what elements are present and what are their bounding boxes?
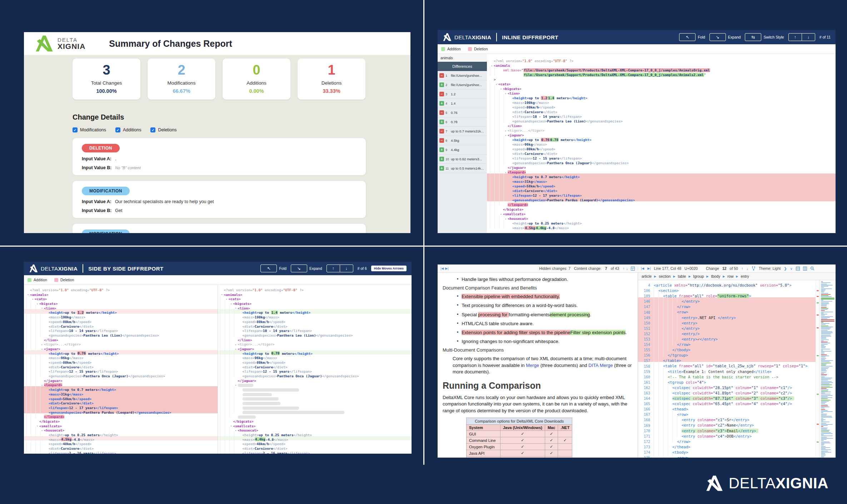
up-arrow-icon[interactable]: ↑ [789,34,802,41]
prev-change-icon[interactable]: ↑ [741,266,743,271]
fold-icon[interactable]: ↖ [679,33,696,41]
indent-guides [220,323,239,328]
code-line: </bigcats> [24,418,218,423]
checkbox-icon[interactable]: ✓ [150,127,155,132]
minimap-mark [821,314,827,314]
indent-guides [490,192,508,197]
filter-checkbox-modifications[interactable]: ✓Modifications [73,127,106,132]
switch-style-button[interactable]: ⇆Switch Style [745,33,784,41]
document-compare-pane[interactable]: •Handle large files without performance … [438,273,638,458]
diff-list-item[interactable]: +2file:/Users/gurshee... [438,80,487,90]
expand-button[interactable]: ↘Expand [709,33,741,41]
indent-guides [220,386,239,391]
diff-chip: Extensible pipeline with embedded functi… [462,294,560,299]
indent-guides [654,287,658,292]
minimap-mark [821,446,826,447]
doc-link[interactable]: Merge [526,363,539,368]
down-arrow-icon[interactable]: ↓ [802,34,815,41]
last-change-icon[interactable]: ▶| [445,267,448,270]
minimap-mark [821,351,831,352]
next-change-icon[interactable]: ↓ [626,266,628,271]
diff-list-item[interactable]: −7up to 0.7 meters31k... [438,127,487,136]
breadcrumb-item-section[interactable]: section [659,274,671,278]
prev-change-icon[interactable]: ↑ [623,266,625,271]
sbs-right-document[interactable]: <?xml version="1.0" encoding="UTF-8" ?>▾… [218,285,412,454]
code-line: <lifespan>10 - 14 years</lifespan> [24,327,218,332]
prev-next-diff-buttons[interactable]: ↑↓ [788,33,815,41]
diff-list-item[interactable]: −31.2 [438,90,487,99]
code-line: <height>up to 0.7 meters</height> [487,173,836,178]
down-arrow-icon[interactable]: ↓ [340,265,353,272]
code-line [218,386,412,391]
grid-view-icon[interactable] [796,267,800,271]
doc-link[interactable]: DITA Merge [588,363,613,368]
diff-list-item[interactable]: −50.76 [438,108,487,117]
column-header: Java (Unix/Windows) [500,425,545,431]
hide-moves-arrows-button[interactable]: Hide Moves Arrows [371,266,407,271]
xml-source-editor[interactable]: 4<article xmlns="http://docbook.org/ns/d… [638,280,816,458]
indent-guides [490,201,504,206]
indent-guides [220,413,234,418]
indent-guides [220,368,239,373]
code-line: 171<entry colname="c4">DOB</entry> [638,432,816,438]
file-tab[interactable]: animals [438,54,487,62]
minimap-mark [821,346,826,347]
switch-style-icon[interactable]: ⇆ [745,33,761,41]
breadcrumb-item-row[interactable]: row [727,274,733,278]
expand-button[interactable]: ↘Expand [291,264,322,272]
logo-xignia-text: XIGNIA [472,34,492,40]
indent-guides [490,150,508,155]
system-cell: Command Line [467,437,500,444]
diff-list-item[interactable]: −1file:/Users/gurshee... [438,71,487,80]
diff-list-item[interactable]: +60.78 [438,117,487,127]
diff-list-item[interactable]: +41.4 [438,99,487,108]
indent-guides [26,318,45,323]
prev-next-diff-buttons[interactable]: ↑↓ [327,264,353,272]
indent-guides [220,395,239,400]
fold-button[interactable]: ↖Fold [679,33,705,41]
chevron-right-icon[interactable]: ❯ [784,267,787,271]
diff-list-item[interactable]: +10up to 0.62 meters3... [438,155,487,164]
up-arrow-icon[interactable]: ↑ [327,265,340,272]
expand-icon[interactable]: ↘ [291,264,307,272]
merge-fork-icon[interactable] [752,266,756,271]
sbs-left-document[interactable]: <?xml version="1.0" encoding="UTF-8" ?>▾… [24,285,218,454]
code-line: <diet>Carnivore</diet> [24,323,218,328]
doc-text: Handle large files without performance d… [462,277,568,282]
breadcrumb-item-entry[interactable]: entry [741,274,749,278]
check-cell [558,450,572,457]
first-change-icon[interactable]: |◀ [440,267,444,270]
minimap-scrollbar[interactable] [819,280,836,458]
diff-count: # of 11 [819,35,831,39]
bullet-text: Ignoring changes to non-significant whit… [462,338,559,345]
changes-table-icon[interactable] [631,267,635,271]
inline-legend: Addition Deletion [438,44,836,54]
fold-button[interactable]: ↖Fold [260,264,286,272]
diff-list-item[interactable]: −84.5kg [438,136,487,145]
minimap-mark [821,448,826,449]
last-change-icon[interactable]: ▶| [647,267,651,270]
breadcrumb-item-tbody[interactable]: tbody [711,274,720,278]
filter-checkbox-additions[interactable]: ✓Additions [115,127,141,132]
checkbox-icon[interactable]: ✓ [115,127,120,132]
diff-list-item[interactable]: +94.4kg [438,145,487,155]
breadcrumb-item-table[interactable]: table [678,274,686,278]
next-change-icon[interactable]: ↓ [746,266,748,271]
first-change-icon[interactable]: |◀ [641,267,644,270]
theme-indicator[interactable]: Theme: Light [759,266,781,271]
table-row: .NET API✓ [467,457,572,458]
search-icon[interactable] [810,266,814,271]
columns-view-icon[interactable] [803,267,807,271]
breadcrumb-item-tgroup[interactable]: tgroup [693,274,704,278]
indent-guides [220,346,234,350]
breadcrumb-item-article[interactable]: article [642,274,652,278]
minimap-mark [821,379,831,379]
inline-code-view[interactable]: <?xml version="1.0" encoding="UTF-8" ?>▾… [487,54,836,233]
fold-icon[interactable]: ↖ [260,264,277,272]
expand-icon[interactable]: ↘ [709,33,726,41]
checkbox-icon[interactable]: ✓ [73,127,78,132]
filter-checkbox-deletions[interactable]: ✓Deletions [150,127,176,132]
code-line: <mass>190kg</mass> [24,314,218,318]
chevron-down-icon[interactable]: ∨ [790,267,793,271]
diff-list-item[interactable]: +11up to 0.5 meters14k... [438,164,487,173]
